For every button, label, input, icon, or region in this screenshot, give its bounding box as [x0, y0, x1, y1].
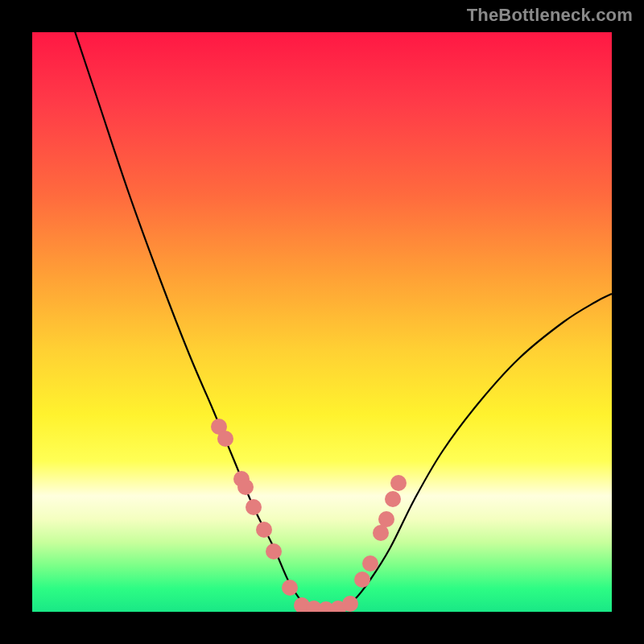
chart-frame: TheBottleneck.com: [0, 0, 644, 644]
fit-dot: [282, 580, 298, 596]
fit-dot: [390, 475, 407, 491]
fit-dots-group: [211, 419, 407, 612]
bottleneck-curve-left: [64, 32, 322, 610]
plot-area: [32, 32, 612, 612]
fit-dot: [385, 491, 401, 507]
fit-dot: [362, 555, 378, 572]
chart-svg: [32, 32, 612, 612]
fit-dot: [246, 499, 262, 515]
fit-dot: [266, 543, 282, 559]
fit-dot: [342, 596, 358, 612]
fit-dot: [256, 522, 272, 538]
fit-dot: [378, 511, 394, 527]
fit-dot: [217, 431, 233, 447]
fit-dot: [237, 479, 254, 495]
watermark-text: TheBottleneck.com: [467, 5, 633, 26]
fit-dot: [354, 572, 370, 588]
